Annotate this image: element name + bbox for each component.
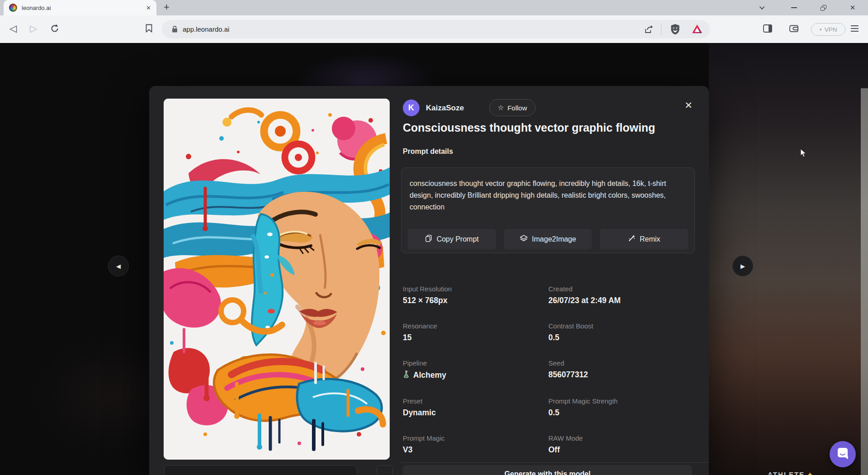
detail-raw-mode: RAW Mode Off	[548, 434, 697, 455]
layers-icon	[520, 235, 528, 244]
brave-rewards-triangle-icon[interactable]	[692, 24, 703, 36]
screen: leonardo.ai ✕ + ✕ ◁ ▷ app.leonardo.ai	[0, 0, 868, 475]
detail-resonance: Resonance 15	[403, 322, 548, 342]
back-button[interactable]: ◁	[9, 23, 17, 34]
next-image-button[interactable]: ▶	[732, 256, 753, 276]
tab-close-icon[interactable]: ✕	[146, 5, 151, 11]
vpn-dot-icon: ●	[819, 28, 821, 32]
previous-image-button[interactable]: ◀	[108, 256, 129, 276]
vpn-label: VPN	[825, 26, 837, 33]
page-scrollbar[interactable]	[861, 88, 868, 475]
detail-created: Created 26/07/23 at 2:49 AM	[548, 285, 697, 305]
vpn-button[interactable]: ● VPN	[811, 23, 845, 36]
chat-bubble-icon	[836, 446, 849, 462]
share-icon[interactable]	[644, 24, 654, 36]
restore-button[interactable]	[814, 0, 832, 15]
avatar[interactable]: K	[403, 100, 420, 116]
page-content: ATHLETE ✦ ◀ ▶	[0, 43, 868, 475]
details-grid: Input Resolution 512 × 768px Created 26/…	[403, 285, 697, 455]
username[interactable]: KaizaSoze	[426, 104, 464, 113]
prompt-text: consciousness thought vector graphic flo…	[401, 168, 694, 213]
artwork-image	[164, 99, 390, 460]
reload-button[interactable]	[50, 24, 60, 35]
bottom-strip-button[interactable]	[377, 465, 393, 475]
detail-prompt-magic: Prompt Magic V3	[403, 434, 548, 455]
prompt-details-heading: Prompt details	[403, 147, 453, 156]
browser-tab[interactable]: leonardo.ai ✕	[4, 0, 156, 15]
detail-contrast-boost: Contrast Boost 0.5	[548, 322, 697, 342]
remix-button[interactable]: Remix	[600, 229, 688, 249]
brave-shield-icon[interactable]	[670, 24, 680, 37]
copy-icon	[425, 235, 432, 244]
footer-divider	[401, 462, 709, 463]
support-chat-button[interactable]	[830, 441, 856, 467]
image-detail-modal: K KaizaSoze ☆ Follow ✕ Consciousness tho…	[149, 86, 709, 475]
detail-prompt-magic-strength: Prompt Magic Strength 0.5	[548, 397, 697, 418]
image2image-button[interactable]: Image2Image	[504, 229, 592, 249]
prompt-box: consciousness thought vector graphic flo…	[401, 167, 695, 253]
detail-preset: Preset Dynamic	[403, 397, 548, 418]
bg-caption: ATHLETE ✦	[768, 470, 813, 475]
new-tab-button[interactable]: +	[164, 1, 170, 13]
tab-title: leonardo.ai	[22, 5, 142, 11]
tab-strip: leonardo.ai ✕ + ✕	[0, 0, 868, 15]
detail-pipeline: Pipeline Alchemy	[403, 359, 548, 380]
leonardo-favicon-icon	[9, 4, 17, 12]
menu-icon[interactable]	[851, 25, 859, 32]
modal-close-icon[interactable]: ✕	[682, 99, 695, 112]
follow-label: Follow	[507, 104, 527, 112]
wallet-icon[interactable]	[789, 24, 798, 34]
mouse-cursor	[800, 148, 807, 160]
detail-seed: Seed 856077312	[548, 359, 697, 380]
address-bar[interactable]: app.leonardo.ai	[162, 20, 710, 38]
remix-wand-icon	[628, 235, 635, 244]
generation-title: Consciousness thought vector graphic flo…	[403, 121, 655, 134]
omnibox-separator	[661, 24, 661, 35]
bookmark-icon[interactable]	[146, 24, 152, 34]
star-icon: ☆	[498, 104, 504, 112]
prompt-actions: Copy Prompt Image2Image Remix	[408, 229, 688, 249]
tab-search-chevron-icon[interactable]	[753, 0, 771, 15]
forward-button[interactable]: ▷	[30, 23, 37, 34]
alchemy-flask-icon	[403, 370, 410, 380]
bottom-input-strip[interactable]	[164, 465, 357, 475]
spark-icon: ✦	[807, 471, 813, 475]
generate-with-model-button[interactable]: Generate with this model	[403, 465, 692, 475]
detail-input-resolution: Input Resolution 512 × 768px	[403, 285, 548, 305]
url-text: app.leonardo.ai	[183, 20, 229, 38]
follow-button[interactable]: ☆ Follow	[489, 99, 536, 116]
lock-icon	[172, 25, 178, 35]
browser-toolbar: ◁ ▷ app.leonardo.ai	[0, 15, 868, 43]
copy-prompt-button[interactable]: Copy Prompt	[408, 229, 496, 249]
window-close-button[interactable]: ✕	[844, 0, 862, 15]
bg-blurred-gallery	[709, 43, 868, 475]
minimize-button[interactable]	[785, 0, 803, 15]
sidebar-icon[interactable]	[763, 24, 772, 34]
